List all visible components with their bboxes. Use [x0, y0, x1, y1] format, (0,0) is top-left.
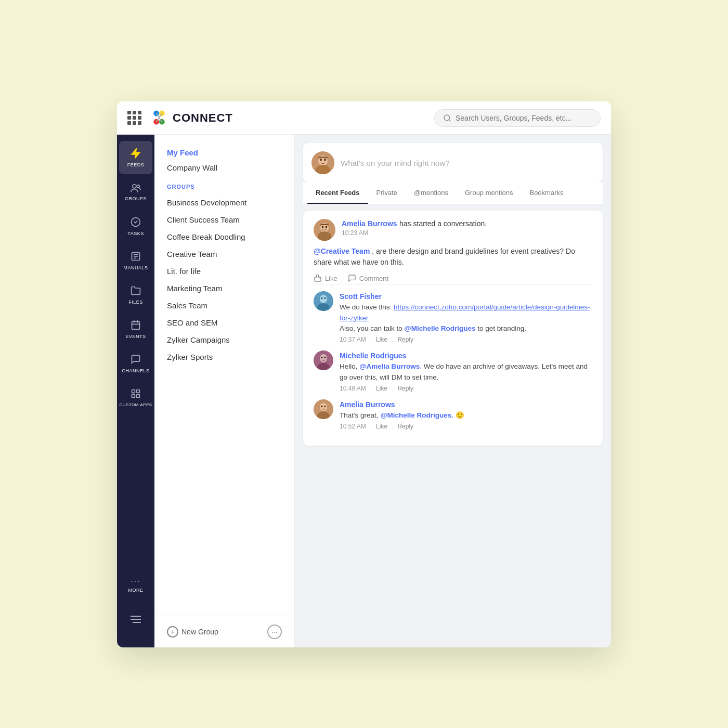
- svg-point-38: [320, 295, 327, 303]
- sidebar-group-sales-team[interactable]: Sales Team: [154, 297, 294, 314]
- michelle-reply-action[interactable]: Reply: [397, 385, 413, 392]
- sidebar-group-lit-for-life[interactable]: Lit. for life: [154, 263, 294, 280]
- svg-point-9: [133, 184, 136, 188]
- tab-mentions[interactable]: @mentions: [406, 183, 457, 204]
- manuals-nav-label: MANUALS: [123, 265, 148, 270]
- sidebar-item-files[interactable]: FILES: [119, 278, 152, 311]
- svg-rect-20: [132, 390, 135, 393]
- sidebar-group-creative-team[interactable]: Creative Team: [154, 245, 294, 263]
- files-nav-label: FILES: [128, 300, 143, 305]
- app-logo-icon: [150, 109, 168, 127]
- sidebar-item-manuals[interactable]: MANUALS: [119, 244, 152, 277]
- post-action: has started a conversation.: [399, 219, 487, 228]
- app-title: CONNECT: [173, 111, 233, 125]
- sidebar-item-more[interactable]: ··· MORE: [119, 568, 152, 602]
- scott-reply-action[interactable]: Reply: [397, 336, 413, 343]
- comment-body-scott: Scott Fisher We do have this: https://co…: [340, 291, 592, 334]
- channels-nav-label: CHANNELS: [122, 368, 149, 373]
- post-link-design-guidelines[interactable]: https://connect.zoho.com/portal/guide/ar…: [340, 303, 590, 321]
- svg-point-46: [324, 357, 326, 359]
- sidebar-more-options[interactable]: ···: [267, 625, 282, 639]
- sidebar-item-groups[interactable]: GROUPS: [119, 175, 152, 209]
- svg-point-31: [324, 159, 326, 161]
- sidebar: My Feed Company Wall GROUPS Business Dev…: [154, 135, 295, 647]
- feeds-nav-label: FEEDS: [127, 162, 145, 167]
- amelia-reply-like-action[interactable]: Like: [376, 423, 387, 430]
- comment-meta-amelia-reply: 10:52 AM . Like . Reply: [340, 423, 592, 430]
- sidebar-group-marketing-team[interactable]: Marketing Team: [154, 280, 294, 297]
- sidebar-group-zylker-campaigns[interactable]: Zylker Campaigns: [154, 331, 294, 348]
- new-group-plus-icon: +: [167, 626, 178, 638]
- svg-point-2: [153, 119, 159, 124]
- amelia-reply-reply-action[interactable]: Reply: [397, 423, 413, 430]
- comment-button[interactable]: Comment: [348, 274, 388, 282]
- comment-item: Michelle Rodrigues Hello, @Amelia Burrow…: [314, 350, 592, 392]
- files-icon: [131, 285, 141, 297]
- sidebar-item-feeds[interactable]: FEEDS: [119, 141, 152, 174]
- sidebar-group-seo-sem[interactable]: SEO and SEM: [154, 314, 294, 331]
- mention-amelia[interactable]: @Amelia Burrows: [359, 362, 420, 370]
- groups-nav-label: GROUPS: [125, 196, 147, 201]
- post-meta: Amelia Burrows has started a conversatio…: [342, 219, 592, 237]
- michelle-comment-time: 10:48 AM: [340, 385, 366, 392]
- post-body: @Creative Team , are there design and br…: [314, 246, 592, 268]
- comment-item: Scott Fisher We do have this: https://co…: [314, 291, 592, 343]
- comment-avatar-michelle: [314, 350, 333, 370]
- feeds-icon: [131, 148, 141, 160]
- sidebar-item-channels[interactable]: CHANNELS: [119, 347, 152, 380]
- grid-icon[interactable]: [127, 111, 141, 125]
- svg-point-35: [322, 226, 324, 228]
- new-group-button[interactable]: + New Group: [167, 626, 218, 638]
- tasks-nav-label: TASKS: [127, 231, 144, 236]
- nav-bottom: ··· MORE: [119, 568, 152, 641]
- comment-content-michelle: Michelle Rodrigues Hello, @Amelia Burrow…: [340, 350, 592, 392]
- mention-michelle-reply[interactable]: @Michelle Rodrigues: [380, 411, 451, 419]
- tab-group-mentions[interactable]: Group mentions: [457, 183, 522, 204]
- app-window: CONNECT FEEDS: [117, 101, 611, 647]
- post-time: 10:23 AM: [342, 229, 592, 237]
- feed-tabs: Recent Feeds Private @mentions Group men…: [303, 183, 603, 204]
- mention-creative-team[interactable]: @Creative Team: [314, 247, 370, 255]
- michelle-rodrigues-name: Michelle Rodrigues: [340, 352, 406, 360]
- scott-like-action[interactable]: Like: [376, 336, 387, 343]
- comment-section: Scott Fisher We do have this: https://co…: [314, 284, 592, 430]
- svg-point-50: [321, 405, 323, 407]
- sidebar-company-wall[interactable]: Company Wall: [154, 160, 294, 175]
- svg-point-43: [320, 354, 327, 362]
- hamburger-icon: [131, 615, 141, 623]
- sidebar-item-hamburger[interactable]: [119, 603, 152, 636]
- sidebar-my-feed[interactable]: My Feed: [154, 145, 294, 160]
- mention-michelle[interactable]: @Michelle Rodrigues: [405, 324, 476, 332]
- main-body: FEEDS GROUPS: [117, 135, 611, 647]
- tab-private[interactable]: Private: [368, 183, 406, 204]
- search-icon: [443, 114, 451, 122]
- sidebar-item-custom-apps[interactable]: CUSTOM APPS: [119, 381, 152, 414]
- search-bar[interactable]: [434, 109, 601, 127]
- compose-placeholder[interactable]: What's on your mind right now?: [341, 159, 594, 167]
- events-nav-label: EVENTS: [125, 334, 146, 339]
- michelle-like-action[interactable]: Like: [376, 385, 387, 392]
- sidebar-item-events[interactable]: EVENTS: [119, 313, 152, 346]
- svg-point-36: [326, 226, 328, 228]
- sidebar-group-client-success[interactable]: Client Success Team: [154, 211, 294, 228]
- posts-area: Amelia Burrows has started a conversatio…: [295, 204, 611, 647]
- sidebar-content: My Feed Company Wall GROUPS Business Dev…: [154, 135, 294, 616]
- svg-point-45: [321, 357, 323, 359]
- sidebar-item-tasks[interactable]: TASKS: [119, 210, 152, 243]
- tab-bookmarks[interactable]: Bookmarks: [521, 183, 571, 204]
- post-actions: Like Comment: [314, 274, 592, 282]
- icon-nav: FEEDS GROUPS: [117, 135, 154, 647]
- sidebar-group-business-development[interactable]: Business Development: [154, 194, 294, 211]
- comment-avatar-scott: [314, 291, 333, 311]
- like-button[interactable]: Like: [314, 274, 337, 282]
- post-avatar-amelia: [314, 219, 335, 241]
- comment-item: Amelia Burrows That's great, @Michelle R…: [314, 399, 592, 431]
- search-input[interactable]: [456, 114, 592, 122]
- amelia-reply-time: 10:52 AM: [340, 423, 366, 430]
- tab-recent-feeds[interactable]: Recent Feeds: [307, 183, 368, 204]
- svg-point-40: [321, 297, 323, 300]
- custom-apps-nav-label: CUSTOM APPS: [119, 402, 152, 407]
- sidebar-group-zylker-sports[interactable]: Zylker Sports: [154, 348, 294, 366]
- sidebar-group-coffee-break[interactable]: Coffee Break Doodling: [154, 228, 294, 245]
- tasks-icon: [131, 217, 141, 229]
